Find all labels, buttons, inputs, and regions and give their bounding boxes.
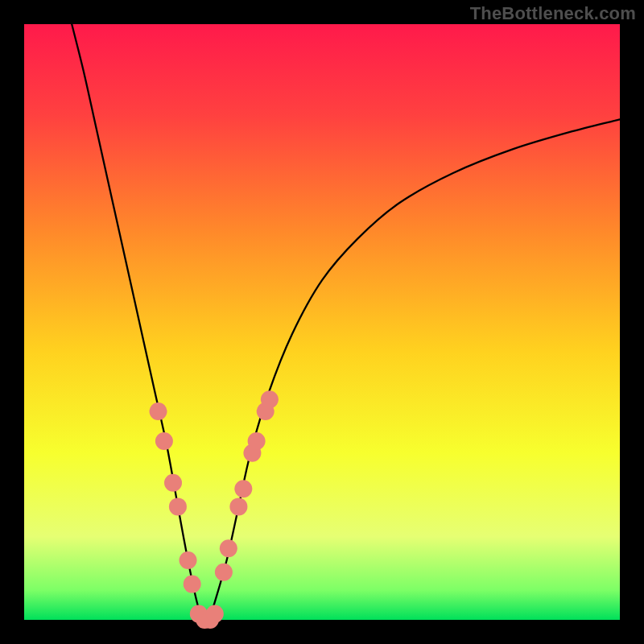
chart-stage: TheBottleneck.com (0, 0, 644, 644)
watermark-text: TheBottleneck.com (470, 3, 636, 24)
marker-dot (180, 551, 197, 569)
marker-dot (150, 402, 167, 420)
marker-dot (261, 390, 279, 408)
gradient-background (24, 24, 620, 620)
marker-dot (234, 480, 252, 497)
marker-dot (229, 497, 247, 515)
marker-dot (169, 497, 187, 515)
marker-dot (248, 432, 266, 450)
marker-dot (164, 474, 182, 492)
marker-dot (220, 539, 237, 557)
marker-dot (206, 605, 224, 623)
bottleneck-chart (0, 0, 644, 644)
marker-dot (215, 564, 233, 581)
marker-dot (155, 432, 173, 450)
marker-dot (184, 576, 201, 593)
